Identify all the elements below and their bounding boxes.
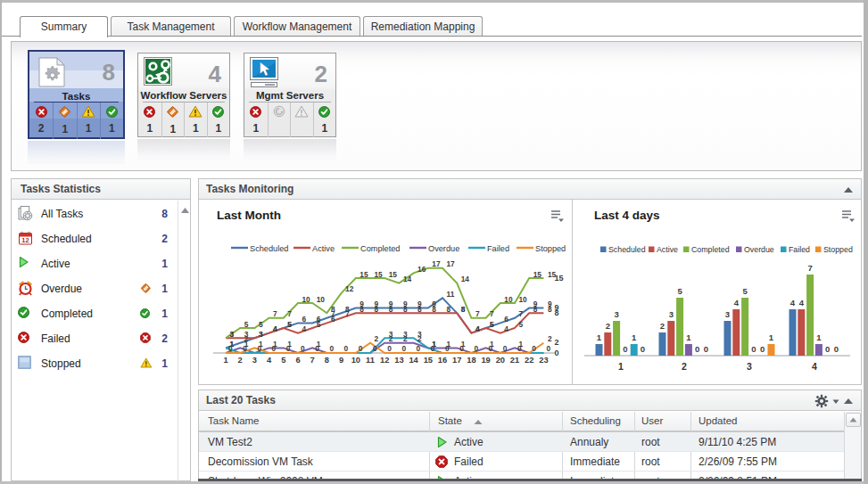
svg-text:5: 5: [287, 320, 292, 329]
svg-text:3: 3: [403, 330, 408, 339]
svg-text:15: 15: [360, 270, 368, 279]
svg-text:21: 21: [510, 356, 519, 365]
svg-text:2: 2: [682, 361, 687, 372]
svg-text:0: 0: [489, 344, 493, 353]
svg-text:8: 8: [403, 305, 408, 314]
svg-text:10: 10: [351, 356, 360, 365]
svg-text:Active: Active: [312, 244, 335, 253]
svg-text:Completed: Completed: [360, 244, 400, 253]
svg-text:0: 0: [623, 344, 627, 354]
svg-text:Scheduled: Scheduled: [250, 244, 288, 253]
svg-text:3: 3: [252, 356, 257, 365]
svg-text:11: 11: [447, 290, 455, 299]
svg-text:3: 3: [230, 330, 235, 339]
svg-text:Overdue: Overdue: [428, 244, 459, 253]
svg-text:5: 5: [244, 320, 249, 329]
svg-text:0: 0: [517, 344, 522, 353]
svg-text:8: 8: [325, 356, 329, 365]
svg-text:11: 11: [366, 356, 375, 365]
svg-text:0: 0: [641, 344, 645, 354]
svg-text:15: 15: [424, 356, 433, 365]
svg-text:16: 16: [438, 356, 447, 365]
svg-text:12: 12: [380, 356, 389, 365]
svg-text:23: 23: [539, 356, 548, 365]
svg-text:3: 3: [747, 361, 752, 372]
svg-text:1: 1: [686, 332, 691, 342]
svg-text:18: 18: [467, 356, 475, 365]
svg-text:1: 1: [618, 361, 624, 372]
svg-text:2: 2: [238, 356, 243, 365]
svg-text:8: 8: [548, 305, 552, 314]
svg-text:4: 4: [799, 298, 805, 308]
svg-text:1: 1: [816, 332, 822, 342]
svg-text:Completed: Completed: [691, 245, 730, 254]
svg-text:4: 4: [267, 356, 272, 365]
svg-text:0: 0: [243, 344, 247, 353]
svg-text:0: 0: [431, 344, 435, 353]
svg-text:5: 5: [519, 320, 524, 329]
svg-text:0: 0: [359, 344, 363, 353]
svg-text:7: 7: [475, 309, 480, 318]
svg-text:7: 7: [345, 309, 350, 318]
svg-text:8: 8: [447, 305, 451, 314]
svg-text:3: 3: [614, 309, 618, 319]
svg-text:8: 8: [533, 305, 538, 314]
svg-text:0: 0: [554, 349, 558, 357]
svg-text:15: 15: [554, 274, 563, 283]
svg-text:4: 4: [302, 324, 307, 333]
svg-text:17: 17: [447, 259, 456, 268]
svg-text:15: 15: [389, 270, 398, 279]
svg-text:0: 0: [503, 344, 508, 353]
svg-text:7: 7: [490, 309, 494, 318]
svg-text:12: 12: [345, 284, 354, 293]
svg-text:8: 8: [360, 305, 364, 314]
svg-text:Active: Active: [657, 245, 678, 254]
svg-text:7: 7: [310, 356, 315, 365]
svg-text:0: 0: [272, 344, 277, 353]
svg-text:0: 0: [387, 344, 392, 353]
svg-text:17: 17: [452, 356, 461, 365]
svg-text:0: 0: [532, 344, 536, 353]
svg-text:15: 15: [533, 270, 542, 279]
svg-text:2: 2: [606, 321, 610, 331]
svg-text:10: 10: [302, 295, 311, 304]
svg-text:0: 0: [329, 344, 334, 353]
svg-text:0: 0: [459, 344, 464, 353]
svg-text:Stopped: Stopped: [535, 244, 566, 253]
svg-text:1: 1: [230, 340, 235, 349]
svg-text:3: 3: [259, 330, 263, 339]
svg-text:15: 15: [375, 270, 384, 279]
svg-text:7: 7: [519, 309, 524, 318]
svg-text:19: 19: [481, 356, 490, 365]
svg-text:8: 8: [554, 308, 558, 317]
svg-text:3: 3: [417, 330, 422, 339]
svg-text:6: 6: [302, 315, 307, 324]
svg-text:6: 6: [504, 315, 508, 324]
svg-text:2: 2: [375, 334, 379, 343]
svg-text:0: 0: [546, 344, 550, 353]
svg-text:22: 22: [525, 356, 533, 365]
svg-text:12: 12: [21, 236, 29, 244]
svg-text:0: 0: [704, 344, 708, 354]
svg-text:0: 0: [373, 344, 377, 353]
svg-text:8: 8: [331, 305, 335, 314]
svg-text:1: 1: [632, 332, 637, 342]
svg-text:8: 8: [432, 305, 436, 314]
svg-text:4: 4: [734, 298, 740, 308]
svg-text:8: 8: [461, 305, 466, 314]
svg-text:4: 4: [504, 324, 508, 333]
svg-text:10: 10: [519, 295, 528, 304]
svg-text:8: 8: [417, 305, 422, 314]
svg-text:0: 0: [751, 344, 756, 354]
svg-text:0: 0: [760, 344, 765, 354]
svg-text:0: 0: [825, 344, 830, 354]
svg-text:6: 6: [295, 356, 300, 365]
svg-text:0: 0: [286, 344, 291, 353]
svg-text:14: 14: [403, 275, 412, 283]
svg-text:10: 10: [504, 295, 513, 304]
svg-text:2: 2: [554, 338, 558, 347]
svg-text:2: 2: [548, 334, 552, 343]
svg-text:Last Month: Last Month: [217, 209, 281, 222]
svg-text:4: 4: [273, 324, 277, 333]
svg-text:9: 9: [339, 356, 343, 365]
